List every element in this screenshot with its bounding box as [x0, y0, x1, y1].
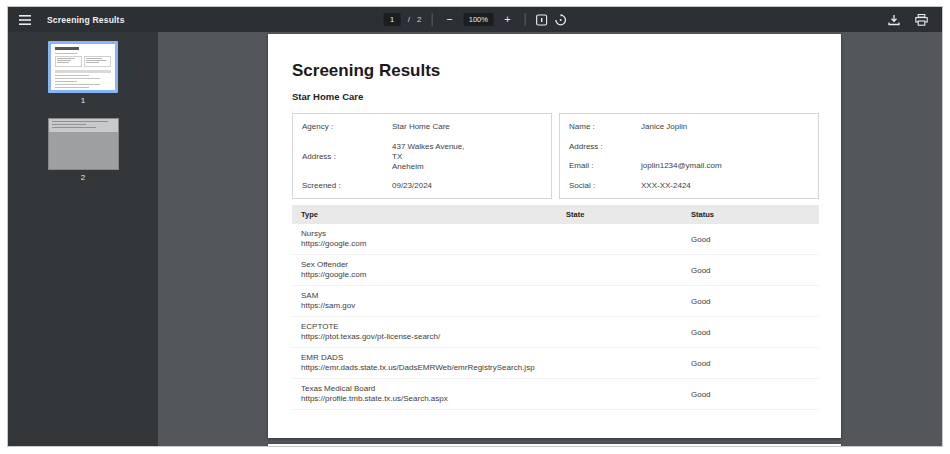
document-title: Screening Results	[47, 15, 125, 25]
thumbnail-page-1-label[interactable]: 1	[81, 96, 85, 105]
person-info-box: Name : Janice Joplin Address : Email : j…	[559, 113, 819, 199]
pdf-viewer-window: Screening Results 1 / 2 − 100% +	[7, 6, 943, 447]
download-icon[interactable]	[888, 14, 900, 26]
toolbar-divider	[431, 13, 432, 26]
person-address-label: Address :	[569, 142, 641, 152]
menu-icon[interactable]	[19, 15, 31, 25]
row-status: Good	[691, 390, 819, 399]
table-header: Type State Status	[292, 205, 819, 224]
table-row: SAM https://sam.gov Good	[292, 286, 819, 317]
row-status: Good	[691, 235, 819, 244]
row-type: Texas Medical Board	[301, 384, 566, 394]
page-number-input[interactable]: 1	[384, 13, 401, 26]
row-url: https://sam.gov	[301, 301, 566, 311]
thumbnail-sidebar: 1 2	[8, 32, 158, 446]
header-type: Type	[301, 210, 566, 219]
toolbar: Screening Results 1 / 2 − 100% +	[8, 7, 942, 32]
table-row: Texas Medical Board https://profile.tmb.…	[292, 379, 819, 410]
agency-info-box: Agency : Star Home Care Address : 437 Wa…	[292, 113, 552, 199]
thumbnail-page-2-label[interactable]: 2	[81, 173, 85, 182]
screened-label: Screened :	[302, 181, 392, 191]
row-url: https://google.com	[301, 239, 566, 249]
print-icon[interactable]	[915, 14, 928, 26]
row-url: https://emr.dads.state.tx.us/DadsEMRWeb/…	[301, 363, 566, 373]
row-url: https://profile.tmb.state.tx.us/Search.a…	[301, 394, 566, 404]
row-type: Sex Offender	[301, 260, 566, 270]
page-total: 2	[417, 15, 421, 24]
zoom-level[interactable]: 100%	[463, 13, 493, 26]
row-status: Good	[691, 297, 819, 306]
header-status: Status	[691, 210, 819, 219]
name-value: Janice Joplin	[641, 122, 687, 132]
report-title: Screening Results	[292, 61, 819, 81]
table-row: Sex Offender https://google.com Good	[292, 255, 819, 286]
document-viewer[interactable]: Screening Results Star Home Care Agency …	[158, 32, 942, 446]
toolbar-divider	[524, 13, 525, 26]
row-url: https://ptot.texas.gov/pt-license-search…	[301, 332, 566, 342]
table-row: EMR DADS https://emr.dads.state.tx.us/Da…	[292, 348, 819, 379]
row-status: Good	[691, 328, 819, 337]
row-status: Good	[691, 359, 819, 368]
zoom-out-button[interactable]: −	[442, 13, 456, 27]
name-label: Name :	[569, 122, 641, 132]
zoom-in-button[interactable]: +	[500, 13, 514, 27]
pdf-page-2-top-edge	[268, 444, 841, 446]
social-value: XXX-XX-2424	[641, 181, 691, 191]
row-type: ECPTOTE	[301, 322, 566, 332]
row-status: Good	[691, 266, 819, 275]
pdf-page-1: Screening Results Star Home Care Agency …	[268, 34, 841, 438]
header-state: State	[566, 210, 691, 219]
page-separator: /	[408, 15, 410, 24]
report-subtitle: Star Home Care	[292, 91, 819, 102]
thumbnail-page-2[interactable]	[48, 118, 119, 170]
rotate-icon[interactable]	[554, 14, 566, 26]
screening-table: Type State Status Nursys https://google.…	[292, 205, 819, 410]
agency-value: Star Home Care	[392, 122, 450, 132]
agency-address-label: Address :	[302, 152, 392, 162]
row-type: SAM	[301, 291, 566, 301]
screened-value: 09/23/2024	[392, 181, 432, 191]
row-type: EMR DADS	[301, 353, 566, 363]
table-row: Nursys https://google.com Good	[292, 224, 819, 255]
thumbnail-art	[55, 47, 79, 50]
social-label: Social :	[569, 181, 641, 191]
email-value: joplin1234@ymail.com	[641, 161, 722, 171]
agency-address-value: 437 Walkes Avenue, TX Aneheim	[392, 142, 465, 172]
table-row: ECPTOTE https://ptot.texas.gov/pt-licens…	[292, 317, 819, 348]
row-type: Nursys	[301, 229, 566, 239]
fit-page-icon[interactable]	[535, 14, 547, 26]
agency-label: Agency :	[302, 122, 392, 132]
email-label: Email :	[569, 161, 641, 171]
thumbnail-page-1[interactable]	[48, 41, 118, 93]
row-url: https://google.com	[301, 270, 566, 280]
